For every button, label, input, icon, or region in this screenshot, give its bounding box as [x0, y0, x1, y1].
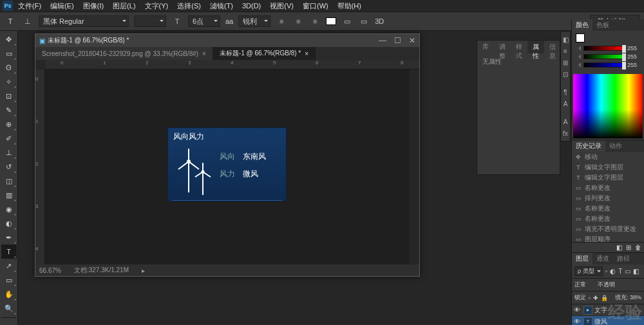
- blend-mode-dropdown[interactable]: 正常: [574, 281, 595, 289]
- dock-icon-4[interactable]: ¶: [561, 87, 570, 97]
- marquee-tool[interactable]: ▭: [1, 46, 17, 60]
- close-button[interactable]: ✕: [409, 36, 415, 45]
- dock-icon-3[interactable]: ⊡: [561, 69, 570, 79]
- menu-help[interactable]: 帮助(H): [337, 1, 361, 11]
- filter-img-icon[interactable]: ▫: [605, 268, 608, 275]
- crop-tool[interactable]: ⊡: [1, 89, 17, 103]
- history-row[interactable]: T编辑文字图层: [572, 172, 644, 183]
- 3d-button[interactable]: 3D: [375, 17, 384, 25]
- menu-image[interactable]: 图像(I): [83, 1, 104, 11]
- shape-tool[interactable]: ▭: [1, 273, 17, 287]
- layer-thumb[interactable]: T: [583, 317, 592, 326]
- warp-text-icon[interactable]: ▭: [341, 15, 353, 27]
- brush-tool[interactable]: ✐: [1, 131, 17, 145]
- b-slider[interactable]: 255: [576, 62, 640, 68]
- font-family-dropdown[interactable]: 黑体 Regular: [39, 15, 129, 27]
- doc-tab-1[interactable]: 未标题-1 @ 66.7%(RGB/8) *×: [213, 47, 316, 60]
- menu-edit[interactable]: 编辑(E): [50, 1, 74, 11]
- heal-tool[interactable]: ⊕: [1, 117, 17, 131]
- dock-icon-7[interactable]: fx: [561, 128, 570, 138]
- props-tab-info[interactable]: 信息: [544, 41, 561, 53]
- window-titlebar[interactable]: ▣ 未标题-1 @ 66.7%(RGB/8) * — ☐ ✕: [35, 34, 419, 47]
- lasso-tool[interactable]: ʘ: [1, 60, 17, 75]
- filter-shape-icon[interactable]: ▭: [625, 268, 630, 275]
- menu-filter[interactable]: 滤镜(T): [210, 1, 233, 11]
- zoom-tool[interactable]: 🔍: [1, 301, 17, 315]
- color-fg-swatch[interactable]: [576, 33, 585, 42]
- dock-icon-6[interactable]: A: [561, 116, 570, 127]
- misc-tool[interactable]: ⋯: [1, 320, 17, 325]
- history-snapshot-icon[interactable]: ◧: [616, 244, 622, 251]
- menu-3d[interactable]: 3D(D): [242, 2, 261, 10]
- active-tool-icon[interactable]: T: [4, 15, 17, 28]
- history-row[interactable]: ▭名称更改: [572, 183, 644, 193]
- menu-type[interactable]: 文字(Y): [145, 1, 169, 11]
- zoom-level[interactable]: 66.67%: [39, 267, 61, 274]
- doc-status[interactable]: 文档:327.3K/1.21M: [74, 266, 129, 275]
- filter-type-icon[interactable]: T: [618, 268, 622, 275]
- props-tab-styles[interactable]: 样式: [511, 41, 527, 53]
- paths-tab[interactable]: 路径: [613, 253, 634, 265]
- history-row[interactable]: ✥移动: [572, 152, 644, 162]
- lock-all-icon[interactable]: 🔒: [601, 295, 608, 301]
- text-color-swatch[interactable]: [326, 17, 336, 25]
- layers-tab[interactable]: 图层: [572, 253, 592, 265]
- eraser-tool[interactable]: ◫: [1, 174, 17, 188]
- stamp-tool[interactable]: ⊥: [1, 145, 17, 160]
- panels-icon[interactable]: ▭: [358, 15, 370, 27]
- ruler-vertical[interactable]: 01234: [35, 70, 45, 265]
- dock-icon-0[interactable]: ◧: [561, 34, 570, 44]
- props-tab-adjust[interactable]: 调整: [494, 41, 511, 53]
- channels-tab[interactable]: 通道: [592, 253, 613, 265]
- menu-view[interactable]: 视图(V): [270, 1, 294, 11]
- canvas[interactable]: 风向风力 风向东南风: [45, 70, 410, 265]
- lock-pixels-icon[interactable]: ▫: [589, 295, 591, 301]
- dock-icon-1[interactable]: ≡: [561, 46, 570, 56]
- color-tab[interactable]: 颜色: [572, 19, 592, 31]
- props-tab-lib[interactable]: 库: [477, 41, 494, 53]
- history-row[interactable]: ▭名称更改: [572, 203, 644, 214]
- blur-tool[interactable]: ◉: [1, 202, 17, 216]
- layer-visibility-icon[interactable]: 👁: [574, 318, 582, 325]
- antialias-dropdown[interactable]: 锐利: [238, 15, 270, 27]
- move-tool[interactable]: ✥: [1, 32, 17, 46]
- filter-smart-icon[interactable]: ◧: [633, 268, 639, 275]
- minimize-button[interactable]: —: [379, 36, 386, 45]
- history-row[interactable]: ▭排列更改: [572, 193, 644, 203]
- r-slider[interactable]: 255: [576, 45, 640, 51]
- gradient-tool[interactable]: ▥: [1, 188, 17, 202]
- layer-filter-dropdown[interactable]: ρ 类型: [574, 266, 603, 276]
- history-delete-icon[interactable]: 🗑: [635, 244, 641, 251]
- align-right-icon[interactable]: ≡: [309, 15, 321, 27]
- status-arrow-icon[interactable]: ▸: [142, 267, 145, 274]
- props-tab-properties[interactable]: 属性: [527, 41, 544, 53]
- path-tool[interactable]: ↗: [1, 259, 17, 273]
- history-brush-tool[interactable]: ↺: [1, 160, 17, 174]
- history-tab[interactable]: 历史记录: [572, 140, 605, 152]
- align-center-icon[interactable]: ≡: [292, 15, 304, 27]
- wand-tool[interactable]: ✧: [1, 75, 17, 89]
- layer-name[interactable]: 文字: [594, 306, 607, 315]
- doc-tab-0[interactable]: Screenshot_20180416-232929.png @ 33.3%(R…: [35, 47, 213, 60]
- filter-adj-icon[interactable]: ◐: [610, 268, 616, 275]
- menu-file[interactable]: 文件(F): [18, 1, 41, 11]
- history-row[interactable]: ▭名称更改: [572, 214, 644, 224]
- type-tool[interactable]: T: [1, 245, 17, 259]
- lock-pos-icon[interactable]: ✚: [593, 295, 598, 301]
- font-size-dropdown[interactable]: 6点: [188, 15, 220, 27]
- maximize-button[interactable]: ☐: [394, 36, 401, 45]
- history-new-icon[interactable]: ⊞: [626, 244, 631, 251]
- orientation-toggle-icon[interactable]: ⊥: [22, 15, 33, 27]
- pen-tool[interactable]: ✒: [1, 230, 17, 245]
- eyedropper-tool[interactable]: ✎: [1, 103, 17, 117]
- actions-tab[interactable]: 动作: [605, 140, 626, 152]
- layer-thumb[interactable]: ▸: [583, 306, 592, 315]
- font-style-dropdown[interactable]: [134, 15, 166, 27]
- g-slider[interactable]: 255: [576, 53, 640, 60]
- color-picker[interactable]: [573, 74, 643, 138]
- layer-visibility-icon[interactable]: 👁: [574, 306, 582, 313]
- ruler-horizontal[interactable]: 012345678: [45, 60, 419, 70]
- menu-select[interactable]: 选择(S): [177, 1, 201, 11]
- swatches-tab[interactable]: 色板: [592, 19, 613, 31]
- history-row[interactable]: T编辑文字图层: [572, 162, 644, 172]
